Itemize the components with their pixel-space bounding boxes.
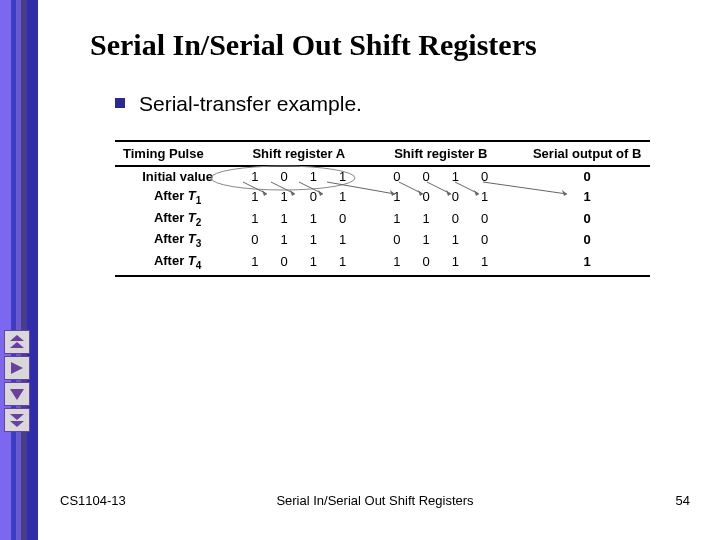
cell-b: 0 bbox=[382, 229, 411, 251]
cell-a: 0 bbox=[328, 208, 357, 230]
table: Timing Pulse Shift register A Shift regi… bbox=[115, 140, 650, 277]
cell-b: 1 bbox=[412, 229, 441, 251]
cell-out: 0 bbox=[524, 208, 650, 230]
table-row: After T4101110111 bbox=[115, 251, 650, 277]
cell-b: 1 bbox=[412, 208, 441, 230]
page-title: Serial In/Serial Out Shift Registers bbox=[90, 28, 680, 62]
cell-a: 1 bbox=[299, 166, 328, 186]
row-label: After T1 bbox=[115, 186, 240, 208]
cell-b: 1 bbox=[441, 166, 470, 186]
cell-b: 0 bbox=[470, 229, 499, 251]
footer-page-number: 54 bbox=[676, 493, 690, 508]
cell-a: 1 bbox=[299, 229, 328, 251]
nav-prev-button[interactable] bbox=[4, 356, 30, 380]
table-header-row: Timing Pulse Shift register A Shift regi… bbox=[115, 141, 650, 166]
col-timing-pulse: Timing Pulse bbox=[115, 141, 240, 166]
cell-b: 1 bbox=[382, 186, 411, 208]
svg-marker-12 bbox=[10, 389, 24, 400]
row-label: After T2 bbox=[115, 208, 240, 230]
nav-first-button[interactable] bbox=[4, 330, 30, 354]
svg-marker-14 bbox=[10, 421, 24, 427]
cell-a: 0 bbox=[270, 166, 299, 186]
cell-b: 1 bbox=[470, 186, 499, 208]
table-row: After T1110110011 bbox=[115, 186, 650, 208]
cell-b: 0 bbox=[441, 208, 470, 230]
table-row: After T2111011000 bbox=[115, 208, 650, 230]
cell-a: 0 bbox=[240, 229, 269, 251]
footer-center: Serial In/Serial Out Shift Registers bbox=[60, 493, 690, 508]
triangle-down-icon bbox=[9, 387, 25, 401]
svg-marker-10 bbox=[10, 342, 24, 348]
cell-a: 0 bbox=[299, 186, 328, 208]
shift-register-table: Timing Pulse Shift register A Shift regi… bbox=[115, 140, 650, 277]
slide: Serial In/Serial Out Shift Registers Ser… bbox=[0, 0, 720, 540]
svg-marker-9 bbox=[10, 335, 24, 341]
table-row: After T3011101100 bbox=[115, 229, 650, 251]
col-serial-out: Serial output of B bbox=[524, 141, 650, 166]
cell-b: 0 bbox=[412, 251, 441, 277]
cell-a: 1 bbox=[328, 166, 357, 186]
cell-b: 0 bbox=[412, 166, 441, 186]
cell-a: 1 bbox=[328, 251, 357, 277]
cell-a: 1 bbox=[328, 186, 357, 208]
cell-a: 1 bbox=[240, 166, 269, 186]
cell-out: 0 bbox=[524, 229, 650, 251]
cell-out: 1 bbox=[524, 251, 650, 277]
slide-footer: CS1104-13 Serial In/Serial Out Shift Reg… bbox=[60, 493, 690, 508]
cell-out: 0 bbox=[524, 166, 650, 186]
cell-b: 1 bbox=[470, 251, 499, 277]
cell-a: 1 bbox=[240, 251, 269, 277]
bullet-item: Serial-transfer example. bbox=[115, 92, 680, 116]
row-label: After T3 bbox=[115, 229, 240, 251]
row-label: Initial value bbox=[115, 166, 240, 186]
cell-b: 0 bbox=[382, 166, 411, 186]
cell-a: 1 bbox=[299, 251, 328, 277]
cell-a: 1 bbox=[240, 208, 269, 230]
cell-a: 1 bbox=[270, 229, 299, 251]
nav-next-button[interactable] bbox=[4, 382, 30, 406]
row-label: After T4 bbox=[115, 251, 240, 277]
svg-marker-11 bbox=[11, 362, 23, 374]
cell-a: 0 bbox=[270, 251, 299, 277]
col-shift-b: Shift register B bbox=[382, 141, 499, 166]
triangle-right-icon bbox=[9, 361, 25, 375]
cell-b: 1 bbox=[382, 251, 411, 277]
cell-b: 1 bbox=[382, 208, 411, 230]
bullet-text: Serial-transfer example. bbox=[139, 92, 362, 116]
cell-a: 1 bbox=[240, 186, 269, 208]
cell-b: 0 bbox=[412, 186, 441, 208]
cell-out: 1 bbox=[524, 186, 650, 208]
cell-b: 0 bbox=[470, 166, 499, 186]
cell-b: 1 bbox=[441, 251, 470, 277]
footer-left: CS1104-13 bbox=[60, 493, 126, 508]
col-shift-a: Shift register A bbox=[240, 141, 357, 166]
cell-a: 1 bbox=[299, 208, 328, 230]
double-down-icon bbox=[9, 413, 25, 427]
cell-a: 1 bbox=[270, 208, 299, 230]
svg-marker-13 bbox=[10, 414, 24, 420]
nav-last-button[interactable] bbox=[4, 408, 30, 432]
cell-b: 1 bbox=[441, 229, 470, 251]
cell-b: 0 bbox=[441, 186, 470, 208]
cell-b: 0 bbox=[470, 208, 499, 230]
square-bullet-icon bbox=[115, 98, 125, 108]
double-up-icon bbox=[9, 335, 25, 349]
cell-a: 1 bbox=[270, 186, 299, 208]
sidebar-stripe bbox=[0, 0, 38, 540]
table-row: Initial value101100100 bbox=[115, 166, 650, 186]
nav-buttons bbox=[4, 330, 30, 432]
cell-a: 1 bbox=[328, 229, 357, 251]
